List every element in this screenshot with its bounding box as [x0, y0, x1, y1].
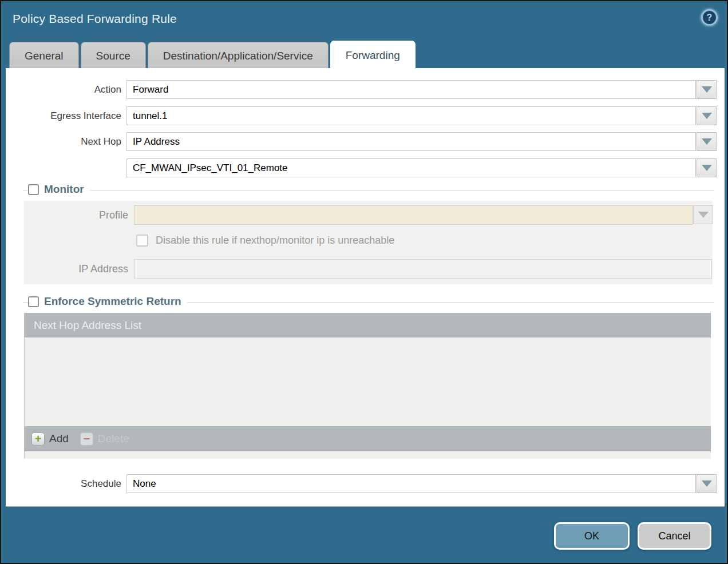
- divider: [23, 190, 714, 190]
- profile-value[interactable]: [134, 205, 693, 225]
- schedule-dropdown-button[interactable]: [697, 474, 717, 493]
- add-button-label: Add: [49, 432, 69, 445]
- action-dropdown-button[interactable]: [697, 80, 717, 99]
- monitor-box: Profile Disable this rule if nexthop/mon…: [24, 201, 713, 284]
- help-icon[interactable]: ?: [701, 9, 718, 26]
- chevron-down-icon: [702, 113, 712, 119]
- schedule-value[interactable]: None: [126, 474, 696, 493]
- tab-source[interactable]: Source: [81, 42, 146, 69]
- disable-rule-checkbox[interactable]: [136, 235, 148, 247]
- monitor-ip-address-label: IP Address: [24, 259, 128, 279]
- next-hop-address-value[interactable]: CF_MWAN_IPsec_VTI_01_Remote: [126, 158, 696, 177]
- table-bottom-spacer: [25, 451, 711, 459]
- schedule-label: Schedule: [6, 474, 121, 493]
- action-value[interactable]: Forward: [126, 80, 696, 99]
- next-hop-address-field: CF_MWAN_IPsec_VTI_01_Remote: [126, 158, 717, 177]
- cancel-button[interactable]: Cancel: [638, 522, 711, 550]
- delete-button-label: Delete: [98, 432, 129, 445]
- tab-destination-application-service[interactable]: Destination/Application/Service: [148, 42, 329, 69]
- monitor-section-label: Monitor: [44, 183, 84, 196]
- enforce-symmetric-return-checkbox[interactable]: [28, 296, 39, 307]
- minus-icon: −: [80, 432, 93, 446]
- chevron-down-icon: [698, 212, 709, 218]
- chevron-down-icon: [702, 86, 712, 93]
- dialog-title: Policy Based Forwarding Rule: [13, 12, 177, 26]
- profile-dropdown-button[interactable]: [693, 205, 713, 224]
- chevron-down-icon: [702, 165, 712, 171]
- disable-rule-label: Disable this rule if nexthop/monitor ip …: [156, 235, 394, 247]
- profile-label: Profile: [24, 205, 128, 225]
- egress-interface-dropdown-button[interactable]: [697, 106, 717, 125]
- plus-icon: +: [31, 432, 45, 446]
- egress-interface-field: tunnel.1: [126, 106, 717, 125]
- enforce-symmetric-return-section-header: Enforce Symmetric Return: [23, 296, 714, 308]
- next-hop-address-dropdown-button[interactable]: [697, 158, 717, 177]
- next-hop-address-list-header: Next Hop Address List: [25, 313, 711, 337]
- pbf-rule-dialog: Policy Based Forwarding Rule ? General S…: [0, 0, 728, 564]
- delete-button[interactable]: − Delete: [80, 432, 129, 446]
- next-hop-address-list-table: Next Hop Address List + Add − Delete: [24, 313, 711, 459]
- next-hop-dropdown-button[interactable]: [697, 132, 717, 151]
- tab-general[interactable]: General: [9, 42, 79, 69]
- enforce-symmetric-return-label: Enforce Symmetric Return: [44, 295, 181, 308]
- monitor-ip-address-input[interactable]: [134, 259, 712, 279]
- disable-rule-row: Disable this rule if nexthop/monitor ip …: [136, 235, 394, 247]
- chevron-down-icon: [702, 480, 712, 487]
- table-toolbar: + Add − Delete: [25, 426, 711, 451]
- forwarding-tab-panel: Action Forward Egress Interface tunnel.1…: [6, 68, 725, 507]
- profile-field: [134, 205, 713, 225]
- action-field: Forward: [126, 80, 717, 99]
- next-hop-field: IP Address: [126, 132, 717, 151]
- action-label: Action: [6, 80, 121, 99]
- add-button[interactable]: + Add: [31, 432, 69, 446]
- tab-forwarding[interactable]: Forwarding: [330, 41, 416, 69]
- next-hop-label: Next Hop: [6, 132, 121, 151]
- monitor-section-header: Monitor: [23, 184, 714, 196]
- tab-bar: General Source Destination/Application/S…: [9, 41, 416, 69]
- monitor-checkbox[interactable]: [28, 184, 39, 195]
- next-hop-value[interactable]: IP Address: [126, 132, 696, 151]
- egress-interface-value[interactable]: tunnel.1: [126, 106, 696, 125]
- ok-button[interactable]: OK: [554, 522, 630, 550]
- next-hop-address-list-body[interactable]: [25, 337, 711, 426]
- egress-interface-label: Egress Interface: [6, 106, 121, 125]
- schedule-field: None: [126, 474, 717, 493]
- chevron-down-icon: [702, 138, 712, 145]
